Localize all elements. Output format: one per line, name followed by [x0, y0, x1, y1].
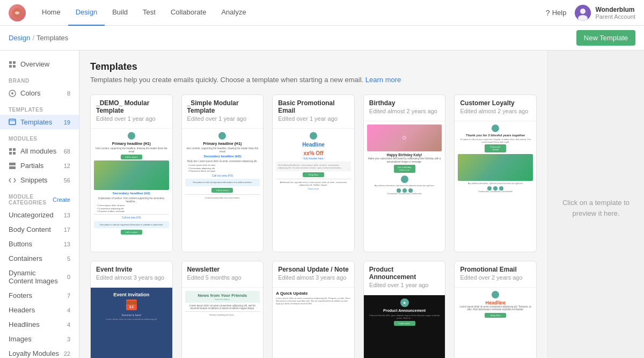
svg-rect-14	[9, 152, 12, 155]
template-card-customer-loyalty[interactable]: Customer Loyalty Edited almost 2 years a…	[454, 94, 537, 252]
learn-more-link[interactable]: Learn more	[365, 76, 401, 84]
user-role: Parent Account	[595, 13, 635, 20]
templates-icon	[9, 119, 16, 126]
template-product-thumbnail: ★ Product Announcement Praesent lobortis…	[364, 295, 445, 358]
sidebar-item-templates[interactable]: Templates 19	[0, 115, 79, 129]
images-count: 3	[60, 336, 70, 342]
headers-count: 4	[60, 307, 70, 313]
uncategorized-label: Uncategorized	[9, 211, 54, 219]
create-module-link[interactable]: Create	[53, 196, 70, 203]
nav-home[interactable]: Home	[34, 0, 68, 26]
dynamic-content-label: Dynamic Content Images	[9, 269, 60, 285]
sidebar-snippets-label: Snippets	[20, 176, 48, 184]
sidebar-item-images[interactable]: Images 3	[0, 332, 79, 346]
sidebar-item-headers[interactable]: Headers 4	[0, 303, 79, 317]
sidebar-item-partials[interactable]: Partials 12	[0, 158, 79, 173]
template-basic-promo-thumbnail: Headline xx% Off - Sub-header here - Hi …	[273, 128, 354, 252]
template-card-promo-email[interactable]: Promotional Email Edited over 2 years ag…	[454, 261, 537, 358]
nav-collaborate[interactable]: Collaborate	[163, 0, 214, 26]
new-template-button[interactable]: New Template	[576, 30, 635, 46]
sidebar-item-loyalty[interactable]: Loyalty Modules 22	[0, 346, 79, 358]
template-newsletter-thumbnail: News from Your Friends Summer Edition Lo…	[182, 287, 264, 358]
sidebar-templates-label: Templates	[20, 118, 52, 126]
main-layout: Overview BRAND Colors 8 TEMPLATES Templa…	[0, 50, 644, 358]
template-card-event[interactable]: Event Invite Edited almost 3 years ago E…	[90, 261, 173, 358]
main-content: Templates Templates help you create emai…	[79, 50, 547, 358]
uncategorized-count: 13	[60, 212, 70, 218]
breadcrumb-separator: /	[32, 34, 34, 42]
template-event-title: Event Invite	[96, 266, 167, 273]
sidebar-item-overview[interactable]: Overview	[0, 57, 79, 71]
template-card-loyalty-header: Customer Loyalty Edited almost 2 years a…	[455, 95, 536, 121]
template-card-birthday[interactable]: Birthday Edited almost 2 years ago 🌸 Hap…	[363, 94, 446, 252]
app-logo	[9, 4, 26, 21]
template-update-meta: Edited almost 3 years ago	[278, 274, 349, 281]
breadcrumb-design[interactable]: Design	[9, 34, 30, 42]
help-label: Help	[552, 9, 567, 17]
snippets-count: 56	[60, 177, 70, 184]
nav-design[interactable]: Design	[68, 0, 105, 26]
sidebar-item-uncategorized[interactable]: Uncategorized 13	[0, 208, 79, 222]
partials-count: 12	[60, 163, 70, 169]
template-card-simple-header: _Simple Modular Template Edited over 1 y…	[182, 95, 264, 128]
module-categories-label: MODULE CATEGORIES	[9, 194, 53, 206]
svg-rect-4	[9, 61, 12, 64]
nav-build[interactable]: Build	[105, 0, 135, 26]
template-birthday-thumbnail: 🌸 Happy Birthday Katy! Make your subscri…	[364, 121, 445, 244]
template-card-birthday-header: Birthday Edited almost 2 years ago	[364, 95, 445, 121]
template-promo-title: Promotional Email	[460, 266, 531, 273]
page-title: Templates	[90, 61, 537, 72]
template-card-product[interactable]: Product Announcement Edited over 1 year …	[363, 261, 446, 358]
help-link[interactable]: ? Help	[546, 9, 567, 17]
sidebar-item-colors[interactable]: Colors 8	[0, 86, 79, 100]
colors-count: 8	[60, 90, 70, 97]
preview-panel-text: Click on a template to preview it here.	[559, 198, 633, 218]
breadcrumb-templates: Templates	[36, 34, 68, 42]
templates-count: 19	[60, 119, 70, 126]
template-card-simple[interactable]: _Simple Modular Template Edited over 1 y…	[181, 94, 264, 252]
template-product-title: Product Announcement	[369, 266, 440, 281]
headlines-label: Headlines	[9, 320, 40, 328]
images-label: Images	[9, 335, 32, 343]
nav-analyze[interactable]: Analyze	[214, 0, 253, 26]
svg-point-9	[11, 92, 13, 94]
svg-rect-6	[9, 65, 12, 68]
template-update-thumbnail: A Quick Update Lorem ipsum dolor sit ame…	[273, 287, 354, 358]
top-navigation: Home Design Build Test Collaborate Analy…	[0, 0, 644, 26]
headlines-count: 4	[60, 322, 70, 328]
template-card-personal-update[interactable]: Personal Update / Note Edited almost 3 y…	[272, 261, 355, 358]
sidebar-item-footers[interactable]: Footers 7	[0, 288, 79, 303]
template-card-demo-header: _DEMO_ Modular Template Edited over 1 ye…	[91, 95, 172, 128]
template-simple-meta: Edited over 1 year ago	[187, 115, 258, 122]
sidebar-item-body-content[interactable]: Body Content 17	[0, 222, 79, 237]
brand-section-label: BRAND	[0, 71, 79, 86]
template-simple-thumbnail: Primary headline (H1) Intro content, sup…	[182, 128, 264, 252]
sidebar-item-containers[interactable]: Containers 5	[0, 251, 79, 266]
template-newsletter-meta: Edited 5 months ago	[187, 274, 258, 281]
sidebar-item-snippets[interactable]: Snippets 56	[0, 173, 79, 187]
body-content-label: Body Content	[9, 225, 51, 233]
template-promo-thumbnail: Headline Lorem ipsum dolor sit amet cons…	[455, 287, 536, 358]
nav-items: Home Design Build Test Collaborate Analy…	[34, 0, 254, 26]
templates-grid-row2: Event Invite Edited almost 3 years ago E…	[90, 261, 537, 358]
sidebar-item-buttons[interactable]: Buttons 13	[0, 237, 79, 251]
dynamic-content-count: 0	[60, 274, 70, 280]
template-event-thumbnail: Event Invitation ▪ 12 Summer is here! Lo…	[91, 287, 172, 358]
template-event-meta: Edited almost 3 years ago	[96, 274, 167, 281]
template-card-update-header: Personal Update / Note Edited almost 3 y…	[273, 261, 354, 287]
template-demo-meta: Edited over 1 year ago	[96, 115, 167, 122]
footers-count: 7	[60, 293, 70, 299]
sidebar-item-headlines[interactable]: Headlines 4	[0, 317, 79, 332]
nav-test[interactable]: Test	[135, 0, 163, 26]
template-card-basic-promo[interactable]: Basic Promotional Email Edited over 1 ye…	[272, 94, 355, 252]
svg-rect-17	[9, 166, 16, 169]
template-card-demo[interactable]: _DEMO_ Modular Template Edited over 1 ye…	[90, 94, 173, 252]
buttons-count: 13	[60, 241, 70, 247]
svg-rect-12	[9, 148, 12, 151]
template-card-newsletter[interactable]: Newsletter Edited 5 months ago News from…	[181, 261, 264, 358]
sidebar-item-all-modules[interactable]: All modules 68	[0, 144, 79, 158]
template-birthday-meta: Edited almost 2 years ago	[369, 108, 440, 114]
sidebar-item-dynamic-content[interactable]: Dynamic Content Images 0	[0, 266, 79, 288]
partials-icon	[9, 162, 16, 170]
user-menu[interactable]: Wonderblum Parent Account	[575, 5, 635, 21]
